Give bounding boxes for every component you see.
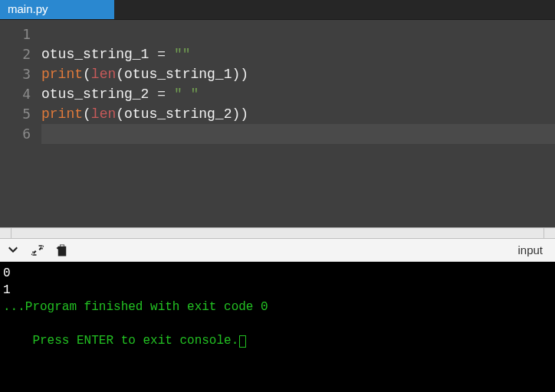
- code-token: [166, 47, 174, 62]
- code-token: (otus_string_1)): [116, 67, 248, 82]
- code-token: =: [157, 47, 166, 62]
- code-editor[interactable]: 123456 otus_string_1 = ""print(len(otus_…: [0, 20, 555, 227]
- line-number: 4: [6, 84, 31, 104]
- paste-icon[interactable]: [55, 243, 69, 257]
- console-line: 1: [3, 282, 552, 299]
- line-number: 2: [6, 44, 31, 64]
- code-token: (: [83, 67, 91, 82]
- code-token: "": [174, 47, 191, 62]
- editor-scrollbar-horizontal[interactable]: [0, 227, 555, 239]
- code-token: [149, 87, 157, 102]
- console-prompt-line: Press ENTER to exit console.: [3, 315, 552, 366]
- code-body[interactable]: otus_string_1 = ""print(len(otus_string_…: [37, 20, 555, 227]
- code-token: print: [41, 106, 83, 122]
- tab-bar: main.py: [0, 0, 555, 20]
- code-token: (: [83, 106, 91, 122]
- code-token: =: [157, 87, 166, 102]
- console-prompt-text: Press ENTER to exit console.: [32, 334, 238, 348]
- code-line[interactable]: otus_string_2 = " ": [41, 84, 555, 104]
- line-number: 1: [6, 24, 31, 44]
- line-number: 5: [6, 104, 31, 124]
- console-line: 0: [3, 265, 552, 282]
- expand-icon[interactable]: [31, 243, 44, 257]
- tab-label: main.py: [8, 2, 48, 15]
- code-token: print: [41, 67, 83, 82]
- code-token: [149, 47, 157, 62]
- console-cursor: [239, 335, 246, 348]
- line-number: 6: [6, 124, 31, 144]
- code-token: [166, 87, 174, 102]
- line-gutter: 123456: [0, 20, 37, 227]
- input-label: input: [517, 243, 549, 256]
- code-token: " ": [174, 87, 199, 102]
- code-line[interactable]: [41, 24, 555, 44]
- tab-main-py[interactable]: main.py: [0, 0, 115, 19]
- console-status-line: ...Program finished with exit code 0: [3, 299, 552, 315]
- code-token: otus_string_2: [41, 87, 149, 102]
- code-token: len: [91, 106, 116, 122]
- console-output[interactable]: 0 1 ...Program finished with exit code 0…: [0, 262, 555, 392]
- chevron-down-icon[interactable]: [6, 243, 20, 257]
- code-token: len: [91, 67, 116, 82]
- code-token: otus_string_1: [41, 47, 149, 62]
- line-number: 3: [6, 64, 31, 84]
- code-line[interactable]: print(len(otus_string_1)): [41, 64, 555, 84]
- console-toolbar: input: [0, 239, 555, 262]
- code-line[interactable]: print(len(otus_string_2)): [41, 104, 555, 124]
- code-token: (otus_string_2)): [116, 106, 248, 122]
- code-line[interactable]: [41, 124, 555, 144]
- code-line[interactable]: otus_string_1 = "": [41, 44, 555, 64]
